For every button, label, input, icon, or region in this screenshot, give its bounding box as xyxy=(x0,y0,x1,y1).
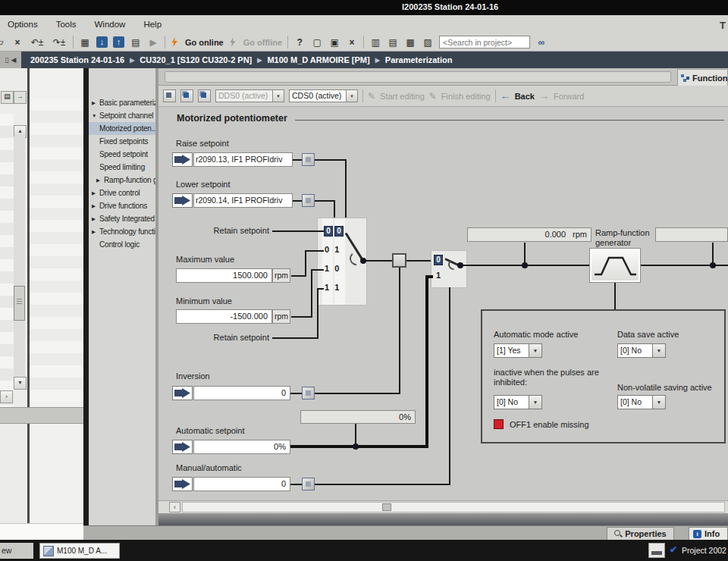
nav-item-control-logic[interactable]: Control logic xyxy=(89,238,155,251)
chevron-down-icon[interactable]: ▼ xyxy=(653,343,666,358)
window-layout-icon[interactable]: ▣ xyxy=(328,37,340,48)
library-reset-icon[interactable]: ▨ xyxy=(422,37,434,48)
nav-item-drive-functions[interactable]: ▶ Drive functions xyxy=(89,199,155,212)
nav-item-drive-control[interactable]: ▶ Drive control xyxy=(89,186,155,199)
close-window-icon[interactable]: × xyxy=(346,37,358,48)
chevron-down-icon[interactable]: ▼ xyxy=(653,395,666,409)
device-snapshot-icon[interactable]: ▤ xyxy=(130,37,142,48)
go-online-button[interactable]: Go online xyxy=(185,38,224,47)
expand-icon[interactable]: ▶ xyxy=(92,229,97,235)
cds-dropdown[interactable]: CDS0 (active) ▼ xyxy=(289,89,358,102)
nav-item-setpoint-channel[interactable]: ▼ Setpoint channel xyxy=(89,109,155,122)
undo-icon[interactable]: ↶± xyxy=(29,37,46,48)
signal-node[interactable] xyxy=(302,194,315,207)
chevron-down-icon[interactable]: ▼ xyxy=(529,343,542,358)
start-runtime-icon[interactable]: ▶ xyxy=(147,37,159,48)
library-check-icon[interactable]: ▩ xyxy=(404,37,416,48)
finish-editing-button[interactable]: Finish editing xyxy=(441,92,491,101)
export-icon[interactable]: → xyxy=(14,91,27,104)
split-editor-vertical-icon[interactable]: ▤ xyxy=(387,37,399,48)
panel-divider-dark[interactable] xyxy=(83,68,89,540)
tab-function-view[interactable]: Function xyxy=(677,69,728,86)
nav-item-fixed-setpoints[interactable]: Fixed setpoints xyxy=(89,135,155,148)
compile-icon[interactable]: ▦ xyxy=(79,37,91,48)
tab-properties[interactable]: Properties xyxy=(607,527,674,540)
download-to-device-icon[interactable]: ↓ xyxy=(96,36,108,48)
maximum-value-input[interactable]: 1500.000 xyxy=(176,268,272,283)
collapse-icon[interactable]: ▼ xyxy=(92,113,97,118)
forward-button[interactable]: Forward xyxy=(554,92,584,101)
bico-connector[interactable] xyxy=(172,193,193,208)
bico-connector[interactable] xyxy=(172,152,193,167)
back-arrow-icon[interactable]: ← xyxy=(500,90,510,102)
scroll-left-button[interactable]: ‹ xyxy=(169,502,180,512)
list-icon[interactable]: ▤ xyxy=(1,91,14,104)
raise-setpoint-source-field[interactable]: r2090.13, IF1 PROFIdriv xyxy=(193,152,293,167)
go-online-icon[interactable] xyxy=(171,37,178,47)
ramp-function-generator-block[interactable] xyxy=(589,248,641,283)
vertical-scrollbar-track[interactable] xyxy=(14,136,25,377)
scroll-right-button[interactable]: › xyxy=(0,390,13,403)
memory-card-icon[interactable] xyxy=(648,543,665,558)
collapse-left-icon[interactable]: ◀ xyxy=(11,56,17,64)
nonvolatile-dropdown[interactable]: [0] No ▼ xyxy=(617,395,666,409)
menu-help[interactable]: Help xyxy=(143,20,162,29)
horizontal-scrollbar-thumb[interactable] xyxy=(382,503,391,511)
menu-tools[interactable]: Tools xyxy=(56,20,77,29)
data-save-dropdown[interactable]: [0] No ▼ xyxy=(617,343,666,358)
redo-icon[interactable]: ↷± xyxy=(51,37,67,48)
automatic-mode-dropdown[interactable]: [1] Yes ▼ xyxy=(494,343,542,358)
chevron-down-icon[interactable]: ▼ xyxy=(529,395,542,409)
accessible-devices-icon[interactable]: ? xyxy=(293,37,306,48)
nav-item-speed-limiting[interactable]: Speed limiting xyxy=(89,161,155,174)
minimum-value-input[interactable]: -1500.000 xyxy=(176,309,272,324)
expand-icon[interactable]: ▶ xyxy=(96,177,102,183)
scroll-down-button[interactable]: ▼ xyxy=(14,377,27,390)
expand-icon[interactable]: ▶ xyxy=(92,100,97,106)
signal-node[interactable] xyxy=(302,478,315,490)
breadcrumb-item[interactable]: CU320_1 [S120 CU320-2 PN] xyxy=(140,55,252,64)
go-offline-button[interactable]: Go offline xyxy=(243,38,282,47)
tab-info[interactable]: i Info xyxy=(689,527,728,540)
bico-connector[interactable] xyxy=(172,477,193,491)
start-editing-button[interactable]: Start editing xyxy=(380,92,425,101)
find-icon[interactable]: ∞ xyxy=(535,37,548,48)
nav-item-motorized-potentiometer[interactable]: Motorized poten... xyxy=(89,122,155,135)
paste-icon[interactable]: ▱ xyxy=(0,37,6,48)
bico-connector[interactable] xyxy=(172,440,193,454)
maximize-window-icon[interactable]: ▢ xyxy=(311,37,323,48)
bico-connector[interactable] xyxy=(172,386,193,400)
taskbar-item-m100[interactable]: M100 M_D A... xyxy=(39,543,120,559)
signal-node[interactable] xyxy=(302,387,315,400)
expand-icon[interactable]: ▶ xyxy=(92,190,97,196)
delete-icon[interactable]: × xyxy=(11,37,24,48)
finish-editing-icon[interactable]: ✎ xyxy=(429,91,437,102)
portal-view-button-partial[interactable]: ew xyxy=(0,543,33,559)
nav-item-ramp-function[interactable]: ▶ Ramp-function g... xyxy=(89,174,155,186)
dds-dropdown[interactable]: DDS0 (active) ▼ xyxy=(215,89,284,102)
forward-arrow-icon[interactable]: → xyxy=(539,90,549,102)
signal-node[interactable] xyxy=(302,153,315,166)
automatic-setpoint-field[interactable]: 0% xyxy=(193,440,290,454)
breadcrumb-item[interactable]: Parameterization xyxy=(385,55,453,64)
menu-window[interactable]: Window xyxy=(95,20,126,29)
lower-setpoint-source-field[interactable]: r2090.14, IF1 PROFIdriv xyxy=(193,193,293,208)
nav-item-basic-parameterization[interactable]: ▶ Basic parameteriza... xyxy=(89,96,155,109)
manual-automatic-field[interactable]: 0 xyxy=(193,477,290,491)
breadcrumb-item[interactable]: 200235 Station 24-01-16 xyxy=(30,55,124,64)
horizontal-scrollbar[interactable]: ‹ xyxy=(158,500,728,513)
vertical-scrollbar-thumb[interactable] xyxy=(14,286,25,321)
expand-icon[interactable]: ▶ xyxy=(92,203,97,209)
breadcrumb-item[interactable]: M100 M_D ARMOIRE [PM] xyxy=(267,55,369,64)
nav-item-technology-functions[interactable]: ▶ Technology functions xyxy=(89,225,155,238)
start-editing-icon[interactable]: ✎ xyxy=(368,91,375,102)
upload-from-device-icon[interactable]: ↑ xyxy=(113,36,124,48)
search-input[interactable] xyxy=(439,36,530,49)
split-editor-horizontal-icon[interactable]: ▥ xyxy=(369,37,381,48)
menu-options[interactable]: Options xyxy=(8,20,38,29)
inversion-field[interactable]: 0 xyxy=(193,386,290,400)
go-offline-icon[interactable] xyxy=(229,37,237,47)
chevron-down-icon[interactable]: ▼ xyxy=(273,89,284,102)
diagram-book-icon[interactable] xyxy=(163,89,176,102)
nav-item-safety-integrated[interactable]: ▶ Safety Integrated xyxy=(89,212,155,225)
